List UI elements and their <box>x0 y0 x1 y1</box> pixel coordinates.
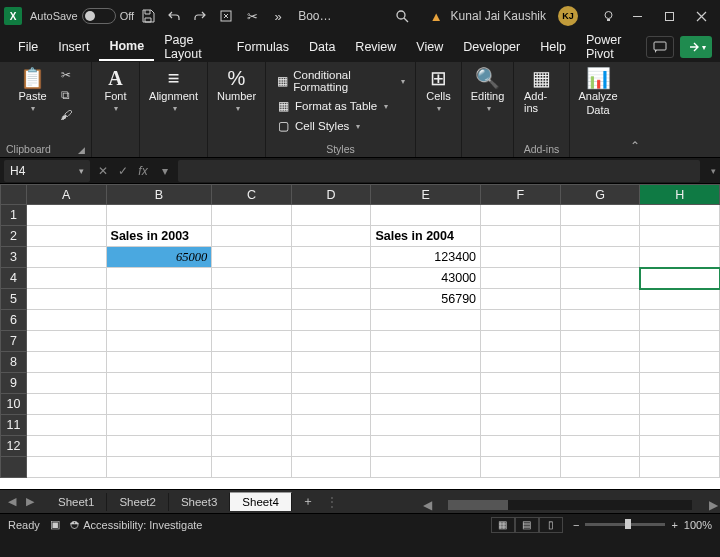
cell[interactable] <box>212 457 292 478</box>
cell[interactable] <box>560 373 640 394</box>
cell[interactable] <box>640 415 720 436</box>
cell[interactable] <box>291 226 371 247</box>
tab-file[interactable]: File <box>8 34 48 60</box>
cell[interactable] <box>481 436 561 457</box>
cut-icon[interactable]: ✂ <box>240 4 264 28</box>
tab-help[interactable]: Help <box>530 34 576 60</box>
user-name[interactable]: Kunal Jai Kaushik <box>451 9 546 23</box>
cell[interactable] <box>106 394 212 415</box>
cell[interactable] <box>560 289 640 310</box>
cell[interactable] <box>481 331 561 352</box>
cell[interactable] <box>212 373 292 394</box>
cell[interactable] <box>106 289 212 310</box>
tab-page-layout[interactable]: Page Layout <box>154 27 227 67</box>
cell[interactable] <box>291 373 371 394</box>
redo-icon[interactable] <box>188 4 212 28</box>
macro-record-icon[interactable]: ▣ <box>50 518 60 531</box>
copy-button[interactable]: ⧉ <box>55 86 77 104</box>
cell[interactable] <box>371 457 481 478</box>
addins-button[interactable]: ▦ Add-ins <box>520 66 563 116</box>
format-painter-button[interactable]: 🖌 <box>55 106 77 124</box>
row-header-8[interactable]: 8 <box>1 352 27 373</box>
cell[interactable] <box>26 226 106 247</box>
cell[interactable] <box>560 394 640 415</box>
scrollbar-thumb[interactable] <box>448 500 508 510</box>
tab-view[interactable]: View <box>406 34 453 60</box>
toggle-switch-icon[interactable] <box>82 8 116 24</box>
accessibility-status[interactable]: ⛑ Accessibility: Investigate <box>70 519 203 531</box>
cell[interactable] <box>560 457 640 478</box>
cell-e3[interactable]: 123400 <box>371 247 481 268</box>
view-normal-icon[interactable]: ▦ <box>491 517 515 533</box>
cell[interactable] <box>371 373 481 394</box>
col-header-c[interactable]: C <box>212 185 292 205</box>
col-header-f[interactable]: F <box>481 185 561 205</box>
row-header-9[interactable]: 9 <box>1 373 27 394</box>
row-header-12[interactable]: 12 <box>1 436 27 457</box>
row-header-10[interactable]: 10 <box>1 394 27 415</box>
alignment-button[interactable]: ≡ Alignment ▾ <box>145 66 202 115</box>
cell[interactable] <box>371 415 481 436</box>
row-header-3[interactable]: 3 <box>1 247 27 268</box>
cell[interactable] <box>481 310 561 331</box>
sheet-nav-prev-icon[interactable]: ◀ <box>4 495 20 508</box>
cell[interactable] <box>640 331 720 352</box>
cell[interactable] <box>212 394 292 415</box>
cell[interactable] <box>212 352 292 373</box>
clipboard-dialog-launcher-icon[interactable]: ◢ <box>78 145 85 155</box>
cell[interactable] <box>640 310 720 331</box>
cell[interactable] <box>560 226 640 247</box>
cell[interactable] <box>212 226 292 247</box>
cell[interactable] <box>560 436 640 457</box>
row-header-2[interactable]: 2 <box>1 226 27 247</box>
insert-function-icon[interactable]: fx <box>134 164 152 178</box>
analyze-data-button[interactable]: 📊 Analyze Data <box>574 66 621 118</box>
cell[interactable] <box>371 352 481 373</box>
cell[interactable] <box>212 331 292 352</box>
cell-styles-button[interactable]: ▢Cell Styles▾ <box>274 118 362 134</box>
row-header-1[interactable]: 1 <box>1 205 27 226</box>
save-icon[interactable] <box>136 4 160 28</box>
tab-developer[interactable]: Developer <box>453 34 530 60</box>
expand-formula-bar-icon[interactable]: ▾ <box>706 166 720 176</box>
scrollbar-track[interactable] <box>448 500 692 510</box>
cell[interactable] <box>291 457 371 478</box>
cell[interactable] <box>212 268 292 289</box>
cell[interactable] <box>106 415 212 436</box>
zoom-in-icon[interactable]: + <box>671 519 677 531</box>
sheet-nav-next-icon[interactable]: ▶ <box>22 495 38 508</box>
zoom-out-icon[interactable]: − <box>573 519 579 531</box>
cell[interactable] <box>640 352 720 373</box>
editing-button[interactable]: 🔍 Editing ▾ <box>467 66 509 115</box>
cell[interactable] <box>26 247 106 268</box>
view-page-break-icon[interactable]: ▯ <box>539 517 563 533</box>
row-header-4[interactable]: 4 <box>1 268 27 289</box>
cell[interactable] <box>26 352 106 373</box>
name-box-dropdown-icon[interactable]: ▾ <box>79 166 84 176</box>
col-header-d[interactable]: D <box>291 185 371 205</box>
cell[interactable] <box>371 205 481 226</box>
cell[interactable] <box>560 205 640 226</box>
cell[interactable] <box>106 268 212 289</box>
number-button[interactable]: % Number ▾ <box>213 66 260 115</box>
cell[interactable] <box>291 205 371 226</box>
fx-dropdown-icon[interactable]: ▾ <box>156 164 174 178</box>
tab-power-pivot[interactable]: Power Pivot <box>576 27 646 67</box>
col-header-b[interactable]: B <box>106 185 212 205</box>
cell[interactable] <box>106 373 212 394</box>
cell[interactable] <box>640 247 720 268</box>
cell-b2[interactable]: Sales in 2003 <box>106 226 212 247</box>
cell-e4[interactable]: 43000 <box>371 268 481 289</box>
cell[interactable] <box>560 310 640 331</box>
zoom-level[interactable]: 100% <box>684 519 712 531</box>
font-button[interactable]: A Font ▾ <box>100 66 130 115</box>
cancel-entry-icon[interactable]: ✕ <box>94 164 112 178</box>
cell[interactable] <box>106 436 212 457</box>
cell[interactable] <box>481 247 561 268</box>
user-avatar[interactable]: KJ <box>558 6 578 26</box>
maximize-button[interactable] <box>654 2 684 30</box>
cell[interactable] <box>640 457 720 478</box>
cell[interactable] <box>640 289 720 310</box>
autosave-toggle[interactable]: AutoSave Off <box>30 8 134 24</box>
formula-bar-input[interactable] <box>178 160 700 182</box>
